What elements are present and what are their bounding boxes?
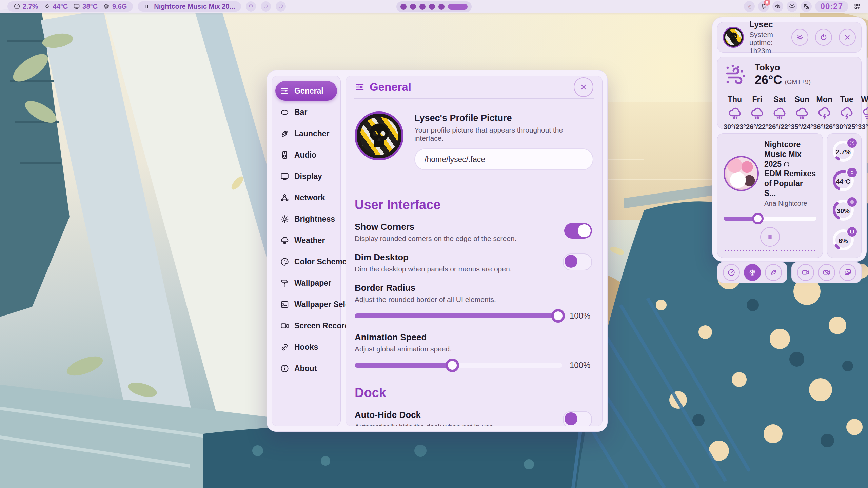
profile-picture[interactable] [355,111,403,160]
workspace-dot[interactable] [419,4,426,10]
dim-desktop-toggle[interactable] [563,253,592,270]
workspace-indicator[interactable] [396,1,472,12]
workspace-dot[interactable] [410,4,416,10]
visualizer-bar [728,250,728,251]
visualizer-bar [754,250,754,251]
forecast-day: Tue 30°/25° [835,95,858,131]
top-bar: 2.7% 44°C 38°C 9.6G Nightcore Music Mix … [0,0,868,13]
sidebar-item-brightness[interactable]: Brightness [275,209,337,229]
visualizer-bar [796,250,797,251]
power-icon [820,33,828,41]
flame-icon [44,3,51,10]
forecast-day: Mon 36°/26° [813,95,835,131]
visualizer-bar [811,250,812,251]
brightness-button[interactable] [787,1,797,12]
paint-roller-icon [280,279,289,288]
tune-icon [280,86,289,96]
visualizer-bar [769,250,769,251]
sidebar-item-hooks[interactable]: Hooks [275,337,337,357]
visualizer-bar [798,250,798,251]
notifications-button[interactable]: 8 [758,1,769,12]
visualizer-bar [742,250,742,251]
sidebar-item-bar[interactable]: Bar [275,102,337,122]
auto-hide-dock-toggle[interactable] [563,411,592,426]
workspace-dot[interactable] [429,4,435,10]
videocam-icon [280,321,289,330]
sidebar-item-display[interactable]: Display [275,166,337,186]
sidebar-item-general[interactable]: General [275,81,337,101]
workspace-dot[interactable] [400,4,407,10]
night-light-icon [803,3,810,10]
sidebar-item-network[interactable]: Network [275,188,337,207]
visualizer-bar [783,250,783,251]
page-title: General [370,81,569,94]
workspace-dot[interactable] [438,4,445,10]
brightness-icon [789,3,795,10]
visualizer-bar [792,250,792,251]
volume-button[interactable] [772,1,783,12]
animation-speed-row: Animation Speed Adjust global animation … [355,332,593,372]
visualizer-bar [772,250,772,251]
balanced-profile-button[interactable] [744,264,761,281]
heart-tray-button-2[interactable] [276,1,286,12]
sun-icon [280,215,289,224]
visualizer-bar [757,250,757,251]
visualizer-bar [745,250,745,251]
seek-slider[interactable] [724,213,816,224]
visualizer-bar [801,250,801,251]
heart-tray-button-1[interactable] [261,1,271,12]
close-settings-button[interactable] [574,77,593,97]
border-radius-value: 100% [570,311,593,321]
sun-wind-icon [724,63,748,87]
sidebar-item-wallpaper-selector[interactable]: Wallpaper Selector [275,294,337,314]
visualizer-bar [737,250,737,251]
workspace-active[interactable] [448,4,468,10]
sidebar-item-audio[interactable]: Audio [275,145,337,165]
skull-tray-button[interactable] [246,1,256,12]
wallpaper-gallery-button[interactable] [839,264,856,281]
screenshot-button[interactable] [818,264,835,281]
monitor-icon [280,172,289,181]
rain-cloud-icon [794,106,809,121]
animation-speed-slider[interactable] [355,359,562,372]
profile-path-input[interactable] [414,148,593,170]
visualizer-bar [781,250,782,251]
panel-settings-button[interactable] [791,29,808,46]
cpu-usage-gauge: 2.7% [832,140,857,163]
track-title: Nightcore Music Mix 2025 EDM Remixes of … [764,140,816,198]
pause-button[interactable] [760,227,780,247]
clock[interactable]: 00:27 [815,1,848,12]
tune-icon [355,82,365,92]
border-radius-slider[interactable] [355,309,562,323]
track-artist: Aria Nightcore [764,200,816,207]
image-icon [280,300,289,309]
systray-app-button[interactable] [744,1,755,12]
sidebar-item-wallpaper[interactable]: Wallpaper [275,273,337,293]
storm-cloud-icon [817,106,832,121]
sidebar-item-color-scheme[interactable]: Color Scheme [275,252,337,271]
power-saver-profile-button[interactable] [765,264,782,281]
now-playing-pill[interactable]: Nightcore Music Mix 20... [138,1,241,12]
show-corners-toggle[interactable] [564,223,592,239]
sidebar-item-launcher[interactable]: Launcher [275,124,337,143]
scales-icon [748,268,756,277]
heart-icon [263,3,269,9]
performance-profile-button[interactable] [723,264,740,281]
forecast-day: Wed 33°/25° [858,95,868,131]
sidebar-item-about[interactable]: About [275,359,337,378]
panel-close-button[interactable] [839,29,856,46]
visualizer-bar [755,250,756,251]
screen-record-button[interactable] [797,264,814,281]
forecast-day: Fri 26°/22° [746,95,768,131]
utilities-card [791,262,862,283]
overview-button[interactable] [852,1,863,12]
ram-icon [847,227,857,237]
sidebar-item-weather[interactable]: Weather [275,230,337,250]
visualizer-bar [730,250,730,251]
night-light-button[interactable] [801,1,812,12]
rain-cloud-icon [750,106,765,121]
power-button[interactable] [815,29,832,46]
visualizer-bar [768,250,768,251]
sidebar-item-screen-recorder[interactable]: Screen Recorder [275,316,337,336]
visualizer-bar [813,250,813,251]
